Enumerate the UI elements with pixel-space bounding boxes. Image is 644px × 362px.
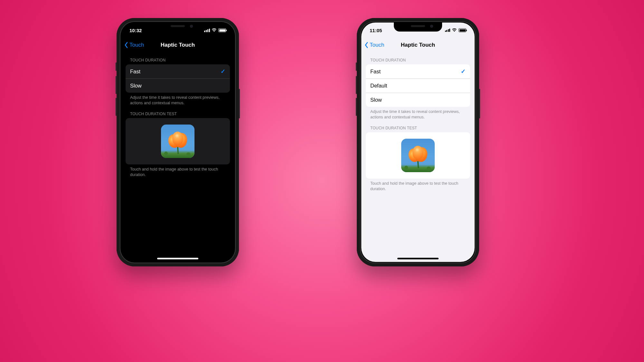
battery-icon	[459, 28, 466, 32]
chevron-left-icon	[124, 42, 128, 48]
home-indicator[interactable]	[157, 258, 198, 259]
option-label: Default	[370, 83, 387, 89]
cellular-dots-icon	[204, 29, 210, 32]
clock: 10:32	[129, 28, 142, 33]
volume-up	[356, 76, 357, 94]
option-fast[interactable]: Fast ✓	[126, 64, 230, 79]
option-default[interactable]: Default	[366, 79, 470, 93]
home-indicator[interactable]	[397, 258, 439, 259]
back-label: Touch	[129, 42, 144, 48]
volume-down	[356, 98, 357, 116]
wifi-icon	[452, 28, 457, 32]
option-label: Fast	[370, 69, 381, 75]
section-footer-test: Touch and hold the image above to test t…	[126, 164, 230, 178]
wifi-icon	[212, 28, 217, 32]
touch-test-area[interactable]	[126, 118, 230, 164]
option-label: Slow	[370, 97, 382, 103]
settings-content[interactable]: TOUCH DURATION Fast ✓ Default Slow Adjus…	[361, 52, 475, 262]
clock: 11:05	[370, 28, 382, 33]
power-button	[239, 89, 240, 118]
back-button[interactable]: Touch	[365, 38, 384, 52]
option-slow[interactable]: Slow	[126, 79, 230, 93]
notch	[154, 23, 202, 32]
section-header-duration: TOUCH DURATION	[366, 52, 470, 64]
option-label: Slow	[130, 83, 142, 89]
chevron-left-icon	[365, 42, 368, 48]
test-image-flower[interactable]	[161, 125, 194, 158]
section-footer-duration: Adjust the time it takes to reveal conte…	[126, 93, 230, 106]
section-header-test: TOUCH DURATION TEST	[126, 106, 230, 118]
test-image-flower[interactable]	[401, 139, 435, 172]
option-fast[interactable]: Fast ✓	[366, 64, 470, 79]
option-label: Fast	[130, 69, 140, 75]
touch-test-area[interactable]	[366, 132, 470, 179]
section-footer-test: Touch and hold the image above to test t…	[366, 179, 470, 192]
mute-switch	[116, 62, 117, 71]
notch	[394, 23, 442, 32]
option-slow[interactable]: Slow	[366, 93, 470, 107]
checkmark-icon: ✓	[461, 68, 466, 75]
mute-switch	[356, 62, 357, 71]
page-title: Haptic Touch	[161, 42, 195, 48]
checkmark-icon: ✓	[221, 68, 225, 75]
section-header-test: TOUCH DURATION TEST	[366, 120, 470, 132]
phone-light: 11:05 Touch Haptic Touch	[357, 18, 479, 266]
nav-bar: Touch Haptic Touch	[121, 38, 234, 52]
back-button[interactable]: Touch	[124, 38, 144, 52]
settings-content[interactable]: TOUCH DURATION Fast ✓ Slow Adjust the ti…	[121, 52, 234, 262]
nav-bar: Touch Haptic Touch	[361, 38, 475, 52]
comparison-stage: 10:32 Touch Haptic Touch	[0, 0, 644, 362]
volume-up	[116, 76, 117, 94]
section-footer-duration: Adjust the time it takes to reveal conte…	[366, 107, 470, 120]
battery-icon	[218, 28, 226, 32]
power-button	[479, 89, 480, 118]
section-header-duration: TOUCH DURATION	[126, 52, 230, 64]
duration-options: Fast ✓ Default Slow	[366, 64, 470, 107]
page-title: Haptic Touch	[401, 42, 435, 48]
cellular-bars-icon	[445, 29, 450, 32]
volume-down	[116, 98, 117, 116]
duration-options: Fast ✓ Slow	[126, 64, 230, 93]
back-label: Touch	[370, 42, 384, 48]
phone-dark: 10:32 Touch Haptic Touch	[117, 18, 239, 266]
